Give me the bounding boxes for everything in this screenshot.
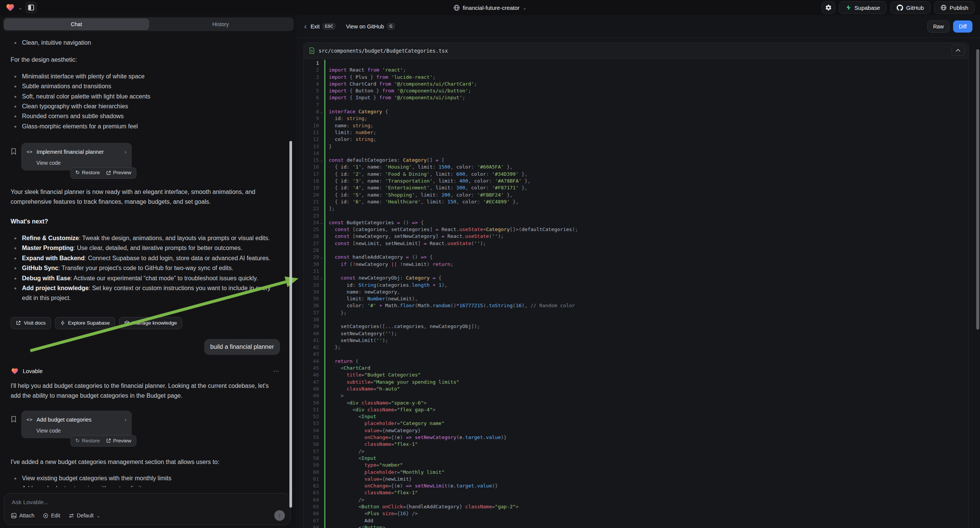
code-line[interactable]: 28 xyxy=(304,247,968,254)
code-line[interactable]: 29⌄ const handleAddCategory = () => { xyxy=(304,254,968,261)
code-line[interactable]: 27 const [newLimit, setNewLimit] = React… xyxy=(304,240,968,247)
code-line[interactable]: 32⌄ const newCategoryObj: Category = { xyxy=(304,275,968,281)
message-menu-button[interactable]: ⋯ xyxy=(273,366,280,376)
version-card-implement-financial-planner[interactable]: <> Implement financial planner › View co… xyxy=(21,143,132,170)
fold-chevron-icon[interactable]: ⌄ xyxy=(319,157,324,164)
code-line[interactable]: 33 id: String(categories.length + 1), xyxy=(304,282,968,289)
code-line[interactable]: 25 const [categories, setCategories] = R… xyxy=(304,226,968,233)
tab-chat[interactable]: Chat xyxy=(4,19,149,30)
code-line[interactable]: 1 xyxy=(304,60,968,67)
code-line[interactable]: 47 subtitle="Manage your spending limits… xyxy=(304,379,968,386)
chat-composer[interactable]: Ask Lovable... Attach Edit xyxy=(4,493,291,525)
code-line[interactable]: 55 onChange={(e) => setNewCategory(e.tar… xyxy=(304,434,968,441)
code-line[interactable]: 53 placeholder="Category name" xyxy=(304,420,968,427)
code-line[interactable]: 35 limit: Number(newLimit), xyxy=(304,296,968,302)
fold-chevron-icon[interactable]: ⌄ xyxy=(319,254,324,261)
fold-chevron-icon[interactable]: ⌄ xyxy=(319,108,324,115)
code-line[interactable]: 4import ChartCard from '@/components/ui/… xyxy=(304,81,968,87)
code-line[interactable]: 2import React from 'react'; xyxy=(304,67,968,73)
code-line[interactable]: 64 /> xyxy=(304,496,968,503)
code-line[interactable]: 48 className="h-auto" xyxy=(304,386,968,393)
code-line[interactable]: 31 xyxy=(304,268,968,275)
code-line[interactable]: 61 value={newLimit} xyxy=(304,476,968,483)
sidebar-toggle-button[interactable] xyxy=(25,2,37,13)
code-line[interactable]: 43 xyxy=(304,351,968,358)
fold-chevron-icon[interactable]: ⌄ xyxy=(319,275,324,281)
chevron-down-icon[interactable]: ⌄ xyxy=(18,5,22,11)
code-line[interactable]: 57 /> xyxy=(304,448,968,455)
view-code-link[interactable]: View code xyxy=(37,159,127,166)
code-line[interactable]: 68 </Button> xyxy=(304,524,968,528)
bookmark-icon[interactable] xyxy=(11,148,17,155)
preview-button[interactable]: Preview xyxy=(106,168,132,178)
code-line[interactable]: 42 }; xyxy=(304,344,968,351)
code-line[interactable]: 14 xyxy=(304,150,968,157)
code-line[interactable]: 34 name: newCategory, xyxy=(304,289,968,296)
fold-chevron-icon[interactable]: ⌄ xyxy=(319,219,324,226)
code-line[interactable]: 65 <Button onClick={handleAddCategory} c… xyxy=(304,503,968,510)
lovable-logo-icon[interactable] xyxy=(5,3,15,12)
restore-button[interactable]: ↻ Restore xyxy=(75,168,100,178)
code-line[interactable]: 56 className="flex-1" xyxy=(304,441,968,448)
code-line[interactable]: 5import { Button } from '@/components/ui… xyxy=(304,87,968,94)
code-line[interactable]: 15⌄const defaultCategories: Category[] =… xyxy=(304,157,968,164)
composer-input[interactable]: Ask Lovable... xyxy=(12,499,283,506)
supabase-button[interactable]: Supabase xyxy=(839,1,887,14)
code-line[interactable]: 51 <div className="flex gap-4"> xyxy=(304,406,968,413)
code-line[interactable]: 12 color: string; xyxy=(304,136,968,143)
code-line[interactable]: 60 placeholder="Monthly limit" xyxy=(304,469,968,476)
code-line[interactable]: 41 setNewLimit(''); xyxy=(304,337,968,344)
code-line[interactable]: 18 { id: '3', name: 'Transportation', li… xyxy=(304,178,968,184)
collapse-file-button[interactable] xyxy=(951,45,964,56)
send-button[interactable]: ↑ xyxy=(274,510,285,521)
manage-knowledge-button[interactable]: Manage knowledge xyxy=(119,317,182,329)
publish-button[interactable]: Publish xyxy=(934,1,975,14)
version-card-add-budget-categories[interactable]: <> Add budget categories › View code xyxy=(21,410,132,438)
diff-toggle-button[interactable]: Diff xyxy=(953,21,972,33)
code-line[interactable]: 17 { id: '2', name: 'Food & Dining', lim… xyxy=(304,171,968,178)
code-line[interactable]: 23 xyxy=(304,213,968,219)
code-scrollbar[interactable] xyxy=(976,49,979,329)
code-line[interactable]: 59 type="number" xyxy=(304,462,968,469)
code-line[interactable]: 9 id: string; xyxy=(304,115,968,122)
code-line[interactable]: 37 }; xyxy=(304,309,968,316)
code-line[interactable]: 6import { Input } from '@/components/ui/… xyxy=(304,94,968,101)
code-line[interactable]: 36 color: '#' + Math.floor(Math.random()… xyxy=(304,302,968,309)
code-line[interactable]: 66 <Plus size={16} /> xyxy=(304,510,968,517)
raw-toggle-button[interactable]: Raw xyxy=(928,21,949,33)
code-line[interactable]: 24⌄const BudgetCategories = () => { xyxy=(304,219,968,226)
exit-button[interactable]: Exit ESC xyxy=(311,23,336,30)
chat-scrollbar[interactable] xyxy=(290,141,292,507)
code-line[interactable]: 19 { id: '4', name: 'Entertainment', lim… xyxy=(304,184,968,191)
code-line[interactable]: 10 name: string; xyxy=(304,122,968,129)
project-switcher[interactable]: financial-future-creator ⌄ xyxy=(453,0,527,15)
visit-docs-button[interactable]: Visit docs xyxy=(11,317,51,329)
settings-button[interactable] xyxy=(822,1,835,14)
code-line[interactable]: 38 xyxy=(304,316,968,323)
code-line[interactable]: 67 Add xyxy=(304,517,968,524)
restore-button[interactable]: ↻ Restore xyxy=(75,436,100,446)
code-line[interactable]: 26 const [newCategory, setNewCategory] =… xyxy=(304,233,968,240)
view-on-github-button[interactable]: View on GitHub G xyxy=(346,23,395,30)
code-line[interactable]: 22]; xyxy=(304,205,968,212)
code-lines[interactable]: 1 2import React from 'react';3import { P… xyxy=(304,59,968,528)
code-line[interactable]: 50 <div className="space-y-6"> xyxy=(304,399,968,406)
attach-button[interactable]: Attach xyxy=(11,512,35,518)
code-line[interactable]: 21 { id: '6', name: 'Healthcare', limit:… xyxy=(304,199,968,205)
edit-button[interactable]: Edit xyxy=(43,512,60,518)
code-line[interactable]: 62 onChange={(e) => setNewLimit(e.target… xyxy=(304,483,968,489)
code-line[interactable]: 52 <Input xyxy=(304,413,968,420)
code-line[interactable]: 13} xyxy=(304,143,968,150)
code-line[interactable]: 20 { id: '5', name: 'Shopping', limit: 2… xyxy=(304,192,968,199)
code-line[interactable]: 44 return ( xyxy=(304,358,968,365)
code-line[interactable]: 8⌄interface Category { xyxy=(304,108,968,115)
code-line[interactable]: 54 value={newCategory} xyxy=(304,427,968,434)
github-button[interactable]: GitHub xyxy=(890,1,931,14)
mode-selector[interactable]: Default ⌄ xyxy=(68,512,100,518)
tab-history[interactable]: History xyxy=(149,19,293,30)
code-line[interactable]: 30 if (!newCategory || !newLimit) return… xyxy=(304,261,968,268)
code-line[interactable]: 16 { id: '1', name: 'Housing', limit: 15… xyxy=(304,164,968,170)
code-line[interactable]: 40 setNewCategory(''); xyxy=(304,330,968,337)
code-line[interactable]: 58 <Input xyxy=(304,455,968,462)
bookmark-icon[interactable] xyxy=(11,416,17,423)
